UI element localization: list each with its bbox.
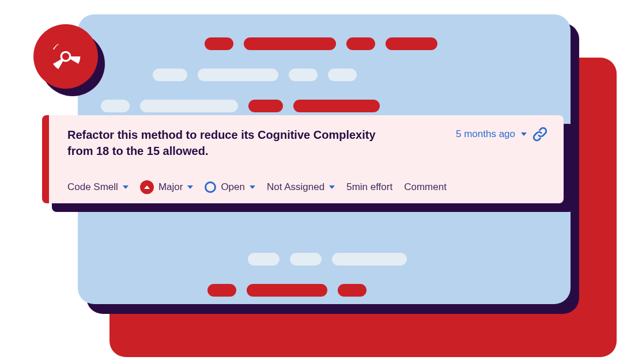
severity-label: Major [158, 181, 183, 193]
effort-label: 5min effort [346, 181, 392, 193]
token-red [293, 100, 380, 112]
assignee-label: Not Assigned [267, 181, 324, 193]
token-light [140, 100, 238, 112]
status-open-icon [205, 181, 216, 193]
issue-card: Refactor this method to reduce its Cogni… [42, 115, 564, 203]
comment-button[interactable]: Comment [404, 181, 447, 193]
token-red [248, 100, 283, 112]
illustration-stage: Refactor this method to reduce its Cogni… [0, 0, 627, 364]
status-dropdown[interactable]: Open [205, 181, 255, 193]
chevron-down-icon [187, 185, 193, 189]
token-red [247, 284, 327, 297]
type-dropdown[interactable]: Code Smell [67, 181, 129, 193]
token-light [332, 253, 407, 266]
code-line [78, 284, 571, 297]
issue-age[interactable]: 5 months ago [456, 128, 515, 140]
chevron-down-icon [250, 185, 255, 189]
permalink-icon[interactable] [532, 127, 547, 142]
svg-point-5 [62, 53, 69, 60]
token-red [205, 37, 233, 50]
token-light [328, 69, 357, 81]
token-red [346, 37, 375, 50]
token-light [101, 100, 130, 112]
code-line [78, 100, 571, 112]
token-red [207, 284, 236, 297]
chevron-down-icon [329, 185, 335, 189]
code-line [78, 253, 571, 266]
issue-header-row: Refactor this method to reduce its Cogni… [67, 127, 547, 159]
severity-major-icon [140, 180, 154, 194]
code-line [78, 37, 571, 50]
token-red [338, 284, 367, 297]
severity-dropdown[interactable]: Major [140, 180, 194, 194]
issue-body: Refactor this method to reduce its Cogni… [49, 115, 564, 203]
status-label: Open [221, 181, 245, 193]
issue-message: Refactor this method to reduce its Cogni… [67, 127, 390, 159]
chevron-down-icon [123, 185, 129, 189]
token-light [290, 253, 322, 266]
severity-stripe [42, 115, 49, 203]
radioactive-icon [49, 40, 82, 73]
token-light [289, 69, 318, 81]
token-light [248, 253, 279, 266]
token-red [244, 37, 336, 50]
token-red [386, 37, 437, 50]
code-smell-badge [33, 24, 98, 89]
issue-age-group: 5 months ago [456, 127, 547, 142]
code-line [78, 69, 571, 81]
token-light [198, 69, 278, 81]
token-light [153, 69, 187, 81]
issue-meta-row: Code Smell Major Open Not Assigned [67, 180, 547, 194]
type-label: Code Smell [67, 181, 118, 193]
chevron-down-icon[interactable] [521, 132, 527, 136]
assignee-dropdown[interactable]: Not Assigned [267, 181, 335, 193]
